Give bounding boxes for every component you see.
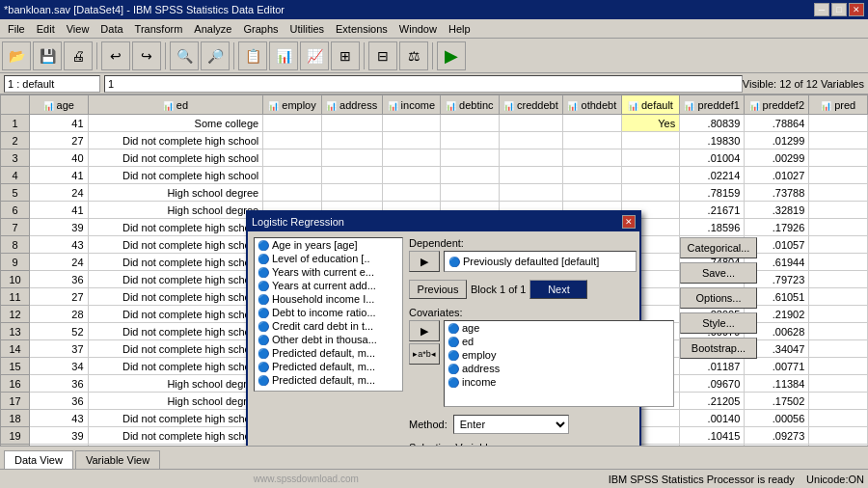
minimize-button[interactable]: ─ <box>814 3 829 16</box>
redo-button[interactable]: ↪ <box>132 41 161 70</box>
style-button[interactable]: Style... <box>680 312 757 334</box>
cell-age[interactable]: 36 <box>30 271 89 288</box>
cell-default[interactable] <box>621 167 680 184</box>
col-header-income[interactable]: 📊 income <box>382 95 441 115</box>
cell-preddef2[interactable]: .01299 <box>745 132 809 149</box>
cell-preddef1[interactable]: .09670 <box>680 375 745 393</box>
cell-income[interactable] <box>382 167 441 184</box>
cell-preddef1[interactable]: .02214 <box>680 167 745 184</box>
undo-button[interactable]: ↩ <box>101 41 130 70</box>
col-header-ed[interactable]: 📊 ed <box>88 95 263 115</box>
cell-pred[interactable] <box>809 202 868 219</box>
covariates-listbox[interactable]: 🔵 age 🔵 ed 🔵 <box>444 320 674 407</box>
menu-window[interactable]: Window <box>393 21 443 37</box>
cell-preddef2[interactable]: .00501 <box>745 445 809 447</box>
maximize-button[interactable]: □ <box>831 3 847 16</box>
cell-pred[interactable] <box>809 115 868 132</box>
cell-debtinc[interactable] <box>441 149 500 167</box>
cell-preddef1[interactable]: .78159 <box>680 184 745 202</box>
cell-pred[interactable] <box>809 219 868 236</box>
print-button[interactable]: 🖨 <box>64 41 93 70</box>
cell-age[interactable]: 39 <box>30 219 89 236</box>
cell-preddef2[interactable]: .17502 <box>745 393 809 410</box>
col-header-age[interactable]: 📊 age <box>30 95 89 115</box>
cell-pred[interactable] <box>809 427 868 445</box>
cell-pred[interactable] <box>809 288 868 306</box>
goto-button[interactable]: 🔍 <box>170 41 199 70</box>
cell-preddef2[interactable]: .01027 <box>745 167 809 184</box>
cell-age[interactable]: 24 <box>30 254 89 271</box>
col-header-preddef1[interactable]: 📊 preddef1 <box>680 95 745 115</box>
cell-ed[interactable]: High school degree <box>88 202 263 219</box>
cell-pred[interactable] <box>809 149 868 167</box>
source-var-pred2[interactable]: 🔵 Predicted default, m... <box>255 360 402 373</box>
close-button[interactable]: ✕ <box>849 3 864 16</box>
source-var-address[interactable]: 🔵 Years at current add... <box>255 279 402 292</box>
cell-age[interactable]: 24 <box>30 184 89 202</box>
cell-creddebt[interactable] <box>499 132 562 149</box>
cell-pred[interactable] <box>809 184 868 202</box>
cell-age[interactable]: 40 <box>30 149 89 167</box>
cell-income[interactable] <box>382 149 441 167</box>
cell-ed[interactable]: Did not complete high school <box>88 149 263 167</box>
cell-pred[interactable] <box>809 340 868 358</box>
menu-graphs[interactable]: Graphs <box>237 21 284 37</box>
source-var-income[interactable]: 🔵 Household income I... <box>255 292 402 306</box>
source-var-employ[interactable]: 🔵 Years with current e... <box>255 265 402 279</box>
cell-ed[interactable]: High school degree <box>88 184 263 202</box>
col-header-preddef2[interactable]: 📊 preddef2 <box>745 95 809 115</box>
menu-analyze[interactable]: Analyze <box>188 21 237 37</box>
cell-age[interactable] <box>30 445 89 447</box>
cell-ed[interactable]: Did not complete high school <box>88 340 263 358</box>
cell-preddef2[interactable]: .00299 <box>745 149 809 167</box>
cov-ed[interactable]: 🔵 ed <box>445 335 673 348</box>
cell-ed[interactable]: Did not complete high school <box>88 236 263 254</box>
cell-ed[interactable]: Did not complete high school <box>88 271 263 288</box>
cell-othdebt[interactable] <box>563 115 622 132</box>
cell-pred[interactable] <box>809 445 868 447</box>
menu-transform[interactable]: Transform <box>129 21 189 37</box>
cell-creddebt[interactable] <box>499 149 562 167</box>
cell-othdebt[interactable] <box>563 132 622 149</box>
tab-variable-view[interactable]: Variable View <box>75 450 160 469</box>
cov-age[interactable]: 🔵 age <box>445 321 673 335</box>
cell-creddebt[interactable] <box>499 167 562 184</box>
col-header-address[interactable]: 📊 address <box>321 95 382 115</box>
cell-employ[interactable] <box>263 149 322 167</box>
cell-employ[interactable] <box>263 115 322 132</box>
cell-preddef1[interactable]: .01004 <box>680 149 745 167</box>
cell-preddef2[interactable]: .00771 <box>745 358 809 375</box>
cell-preddef1[interactable]: .10415 <box>680 427 745 445</box>
cell-employ[interactable] <box>263 132 322 149</box>
cell-default[interactable] <box>621 132 680 149</box>
menu-help[interactable]: Help <box>443 21 476 37</box>
cell-pred[interactable] <box>809 254 868 271</box>
cell-address[interactable] <box>321 132 382 149</box>
col-header-othdebt[interactable]: 📊 othdebt <box>563 95 622 115</box>
dialog-close-button[interactable]: ✕ <box>622 215 636 229</box>
save-dialog-button[interactable]: Save... <box>680 262 757 284</box>
cell-ed[interactable]: Did not complete high school <box>88 323 263 340</box>
cell-employ[interactable] <box>263 184 322 202</box>
cell-preddef1[interactable]: .21671 <box>680 202 745 219</box>
cell-age[interactable]: 43 <box>30 236 89 254</box>
cell-preddef2[interactable]: .73788 <box>745 184 809 202</box>
cell-pred[interactable] <box>809 132 868 149</box>
col-header-default[interactable]: 📊 default <box>621 95 680 115</box>
cell-age[interactable]: 34 <box>30 358 89 375</box>
categorical-button[interactable]: Categorical... <box>680 237 757 258</box>
cell-pred[interactable] <box>809 167 868 184</box>
cell-pred[interactable] <box>809 236 868 254</box>
cell-age[interactable]: 43 <box>30 410 89 427</box>
tab-data-view[interactable]: Data View <box>4 450 73 470</box>
menu-edit[interactable]: Edit <box>31 21 61 37</box>
open-button[interactable]: 📂 <box>2 41 31 70</box>
cell-age[interactable]: 37 <box>30 340 89 358</box>
method-select[interactable]: Enter Forward: LR Backward: LR <box>453 415 569 434</box>
cell-preddef2[interactable]: .78864 <box>745 115 809 132</box>
cell-debtinc[interactable] <box>441 167 500 184</box>
bootstrap-button[interactable]: Bootstrap... <box>680 338 757 359</box>
col-header-creddebt[interactable]: 📊 creddebt <box>499 95 562 115</box>
covariates-arrow-button[interactable]: ▶ <box>409 320 440 341</box>
cell-ed[interactable]: Did not complete high school <box>88 288 263 306</box>
